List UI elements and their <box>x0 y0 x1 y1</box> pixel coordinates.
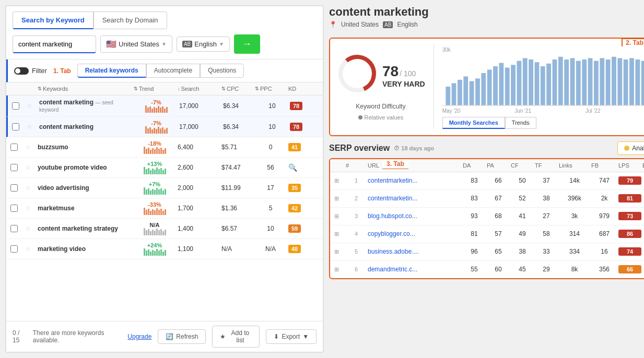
col-ppc[interactable]: ⇅PPC <box>255 86 286 92</box>
row-checkbox[interactable] <box>10 245 18 253</box>
result-url[interactable]: copyblogger.co... <box>368 230 462 237</box>
trend-bars <box>144 147 166 154</box>
expand-icon[interactable]: ⊞ <box>334 248 345 255</box>
col-keywords[interactable]: ⇅Keywords <box>38 86 132 92</box>
row-checkbox[interactable] <box>10 164 18 171</box>
expand-icon[interactable]: ⊞ <box>334 177 345 184</box>
chevron-down-icon: ▼ <box>302 333 309 340</box>
tab-autocomplete[interactable]: Autocomplete <box>146 64 200 78</box>
lps-badge: 86 <box>618 230 641 238</box>
expand-icon[interactable]: ⊞ <box>334 266 345 273</box>
ppc-value: N/A <box>255 245 286 253</box>
expand-icon[interactable]: ⊞ <box>334 213 345 220</box>
row-checkbox[interactable] <box>10 144 18 151</box>
cpc-value: $1.36 <box>221 205 253 212</box>
tab-search-keyword[interactable]: Search by Keyword <box>13 11 93 29</box>
result-url[interactable]: blog.hubspot.co... <box>368 212 462 220</box>
language-selector[interactable]: AB English ▼ <box>177 37 230 52</box>
links-value: 334 <box>559 248 590 255</box>
search-volume: 2,600 <box>178 164 219 171</box>
trend-bars <box>144 187 166 195</box>
export-button[interactable]: ⬇ Export ▼ <box>266 329 317 344</box>
col-search[interactable]: ↓Search <box>178 86 219 92</box>
lang-badge: AB <box>182 41 192 47</box>
analyze-serp-button[interactable]: Analyze SERP <box>617 141 644 155</box>
serp-title: SERP overview ⏱ 18 days ago <box>329 144 434 153</box>
svg-rect-35 <box>641 61 644 106</box>
tab-related-keywords[interactable]: Related keywords <box>77 64 146 78</box>
search-volume: 2,000 <box>178 184 219 192</box>
country-selector[interactable]: 🇺🇸 United States ▼ <box>100 35 172 53</box>
ppc-value: 10 <box>255 225 286 232</box>
cf-value: 52 <box>511 195 534 202</box>
favorite-icon[interactable]: ☆ <box>27 123 37 130</box>
svg-rect-13 <box>511 65 516 105</box>
pa-value: 67 <box>487 195 510 202</box>
keyword-name: youtube promote video <box>38 164 132 171</box>
svg-rect-29 <box>605 59 610 105</box>
add-to-list-button[interactable]: ★ Add to list <box>212 326 260 348</box>
filter-label: Filter <box>32 67 47 75</box>
relative-values-btn[interactable]: Relative values <box>358 114 404 121</box>
language-label: English <box>194 40 217 48</box>
result-url[interactable]: business.adobe.... <box>368 248 462 255</box>
filter-button[interactable]: Filter <box>14 67 47 75</box>
fb-col-header: FB <box>591 162 617 169</box>
serp-row: ⊞ 1 contentmarketin... 83 66 50 37 14k 7… <box>330 172 644 190</box>
col-kd[interactable]: KD <box>288 86 320 92</box>
svg-rect-7 <box>475 78 480 105</box>
tab-questions[interactable]: Questions <box>200 64 244 78</box>
svg-rect-8 <box>481 73 486 105</box>
col-trend[interactable]: ⇅Trend <box>134 86 175 92</box>
keyword-name: buzzsumo <box>38 144 132 151</box>
favorite-icon[interactable]: ☆ <box>25 225 36 232</box>
serp-age: ⏱ 18 days ago <box>394 145 434 151</box>
row-checkbox[interactable] <box>12 102 19 110</box>
filter-toggle <box>14 67 29 75</box>
tab-search-domain[interactable]: Search by Domain <box>93 11 167 29</box>
country-label: United States <box>119 40 159 48</box>
result-url[interactable]: contentmarketin... <box>368 195 462 202</box>
tab-monthly-searches[interactable]: Monthly Searches <box>442 117 505 129</box>
keyword-input[interactable] <box>13 35 96 53</box>
search-volume: 1,700 <box>178 205 219 212</box>
row-checkbox[interactable] <box>12 123 19 130</box>
row-checkbox[interactable] <box>10 225 18 232</box>
result-url[interactable]: demandmetric.c... <box>368 266 462 273</box>
keyword-cell: content marketing — seed keyword <box>39 99 133 113</box>
row-checkbox[interactable] <box>10 205 18 212</box>
go-button[interactable]: → <box>234 34 260 54</box>
favorite-icon[interactable]: ☆ <box>27 102 37 110</box>
table-row: ☆ youtube promote video +13% 2,600 $74.4… <box>6 158 323 178</box>
tab-trends[interactable]: Trends <box>505 117 536 129</box>
pa-value: 65 <box>487 248 510 255</box>
kd-gauge <box>336 53 378 94</box>
result-url[interactable]: contentmarketin... <box>368 177 462 184</box>
kd-badge: 41 <box>288 143 301 151</box>
serp-row: ⊞ 5 business.adobe.... 96 65 38 33 334 1… <box>330 243 644 261</box>
pa-value: 57 <box>487 230 510 237</box>
refresh-button[interactable]: 🔄 Refresh <box>158 329 206 344</box>
tab-3-label: 3. Tab <box>382 159 408 169</box>
svg-rect-30 <box>612 57 616 105</box>
links-value: 314 <box>559 230 590 237</box>
trend-bars <box>144 208 166 215</box>
expand-icon[interactable]: ⊞ <box>334 195 345 202</box>
expand-icon[interactable]: ⊞ <box>334 231 345 237</box>
col-cpc[interactable]: ⇅CPC <box>221 86 253 92</box>
search-volume: 6,400 <box>178 144 219 151</box>
upgrade-link[interactable]: Upgrade <box>127 333 151 340</box>
dot-icon <box>358 115 362 120</box>
search-icon: 🔍 <box>288 163 297 172</box>
favorite-icon[interactable]: ☆ <box>25 164 36 171</box>
kd-cell: 78 <box>290 123 321 131</box>
row-checkbox[interactable] <box>10 184 18 192</box>
chevron-down-icon: ▼ <box>161 41 167 47</box>
chevron-down-icon: ▼ <box>219 41 224 47</box>
favorite-icon[interactable]: ☆ <box>25 245 36 253</box>
favorite-icon[interactable]: ☆ <box>25 205 36 212</box>
keyword-name: content marketing — seed keyword <box>39 99 133 113</box>
tf-value: 58 <box>535 230 558 237</box>
favorite-icon[interactable]: ☆ <box>25 144 36 151</box>
favorite-icon[interactable]: ☆ <box>25 184 36 192</box>
